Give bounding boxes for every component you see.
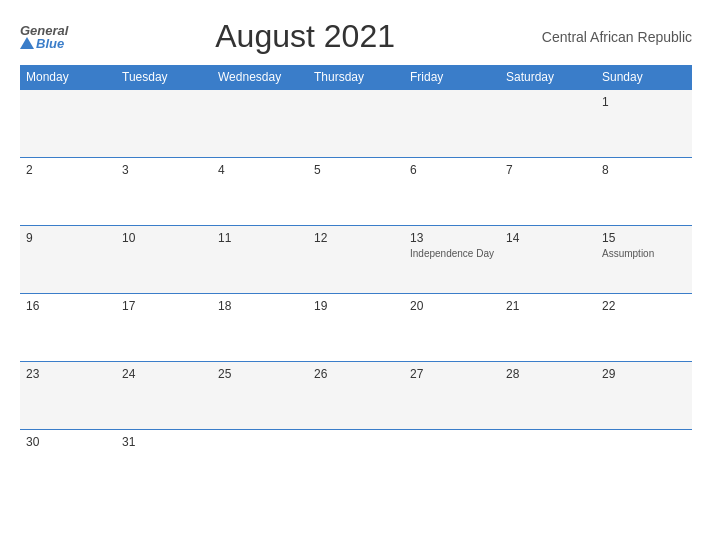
col-saturday: Saturday	[500, 65, 596, 90]
calendar-cell: 23	[20, 362, 116, 430]
calendar-week-4: 16171819202122	[20, 294, 692, 362]
day-number: 26	[314, 367, 398, 381]
day-number: 8	[602, 163, 686, 177]
logo-general-text: General	[20, 24, 68, 37]
calendar-week-5: 23242526272829	[20, 362, 692, 430]
calendar-cell: 25	[212, 362, 308, 430]
day-number: 10	[122, 231, 206, 245]
calendar-cell: 12	[308, 226, 404, 294]
day-number: 19	[314, 299, 398, 313]
day-number: 22	[602, 299, 686, 313]
day-number: 4	[218, 163, 302, 177]
calendar-week-2: 2345678	[20, 158, 692, 226]
calendar-cell: 31	[116, 430, 212, 498]
calendar-cell: 17	[116, 294, 212, 362]
calendar-cell: 26	[308, 362, 404, 430]
header: General Blue August 2021 Central African…	[20, 18, 692, 55]
calendar-body: 12345678910111213Independence Day1415Ass…	[20, 90, 692, 498]
calendar-cell: 19	[308, 294, 404, 362]
calendar-cell: 24	[116, 362, 212, 430]
calendar-cell: 15Assumption	[596, 226, 692, 294]
calendar-cell: 13Independence Day	[404, 226, 500, 294]
day-number: 21	[506, 299, 590, 313]
day-number: 31	[122, 435, 206, 449]
day-number: 27	[410, 367, 494, 381]
calendar-cell: 3	[116, 158, 212, 226]
day-number: 29	[602, 367, 686, 381]
day-number: 18	[218, 299, 302, 313]
day-number: 12	[314, 231, 398, 245]
col-tuesday: Tuesday	[116, 65, 212, 90]
calendar-cell: 29	[596, 362, 692, 430]
country-name: Central African Republic	[542, 29, 692, 45]
calendar-cell	[308, 430, 404, 498]
logo-blue-label: Blue	[36, 37, 64, 50]
calendar-cell: 22	[596, 294, 692, 362]
logo: General Blue	[20, 24, 68, 50]
calendar-cell	[500, 90, 596, 158]
calendar-cell	[404, 430, 500, 498]
day-number: 25	[218, 367, 302, 381]
col-wednesday: Wednesday	[212, 65, 308, 90]
calendar-cell: 30	[20, 430, 116, 498]
calendar-cell: 4	[212, 158, 308, 226]
calendar-cell	[500, 430, 596, 498]
calendar-cell: 14	[500, 226, 596, 294]
day-number: 17	[122, 299, 206, 313]
page: General Blue August 2021 Central African…	[0, 0, 712, 550]
day-number: 2	[26, 163, 110, 177]
calendar-cell: 8	[596, 158, 692, 226]
calendar-cell: 20	[404, 294, 500, 362]
day-number: 9	[26, 231, 110, 245]
calendar-cell: 18	[212, 294, 308, 362]
calendar-week-3: 910111213Independence Day1415Assumption	[20, 226, 692, 294]
calendar-cell	[308, 90, 404, 158]
day-number: 15	[602, 231, 686, 245]
day-number: 3	[122, 163, 206, 177]
col-friday: Friday	[404, 65, 500, 90]
calendar-cell: 10	[116, 226, 212, 294]
calendar: Monday Tuesday Wednesday Thursday Friday…	[20, 65, 692, 498]
day-number: 5	[314, 163, 398, 177]
day-number: 23	[26, 367, 110, 381]
calendar-cell: 7	[500, 158, 596, 226]
day-number: 13	[410, 231, 494, 245]
day-number: 6	[410, 163, 494, 177]
day-number: 20	[410, 299, 494, 313]
calendar-week-6: 3031	[20, 430, 692, 498]
col-monday: Monday	[20, 65, 116, 90]
day-event: Independence Day	[410, 247, 494, 260]
col-thursday: Thursday	[308, 65, 404, 90]
calendar-cell	[212, 430, 308, 498]
day-number: 24	[122, 367, 206, 381]
calendar-cell: 11	[212, 226, 308, 294]
calendar-header: Monday Tuesday Wednesday Thursday Friday…	[20, 65, 692, 90]
day-number: 11	[218, 231, 302, 245]
calendar-cell: 16	[20, 294, 116, 362]
calendar-cell	[596, 430, 692, 498]
calendar-cell: 2	[20, 158, 116, 226]
month-title: August 2021	[68, 18, 541, 55]
calendar-cell	[212, 90, 308, 158]
day-event: Assumption	[602, 247, 686, 260]
calendar-week-1: 1	[20, 90, 692, 158]
calendar-cell	[404, 90, 500, 158]
calendar-cell: 28	[500, 362, 596, 430]
logo-blue-text: Blue	[20, 37, 64, 50]
day-number: 7	[506, 163, 590, 177]
day-number: 1	[602, 95, 686, 109]
calendar-cell: 1	[596, 90, 692, 158]
calendar-cell: 6	[404, 158, 500, 226]
logo-triangle-icon	[20, 37, 34, 49]
calendar-cell	[20, 90, 116, 158]
col-sunday: Sunday	[596, 65, 692, 90]
day-number: 30	[26, 435, 110, 449]
calendar-cell: 21	[500, 294, 596, 362]
calendar-cell	[116, 90, 212, 158]
day-number: 28	[506, 367, 590, 381]
day-number: 16	[26, 299, 110, 313]
calendar-cell: 9	[20, 226, 116, 294]
weekday-row: Monday Tuesday Wednesday Thursday Friday…	[20, 65, 692, 90]
calendar-cell: 5	[308, 158, 404, 226]
calendar-cell: 27	[404, 362, 500, 430]
